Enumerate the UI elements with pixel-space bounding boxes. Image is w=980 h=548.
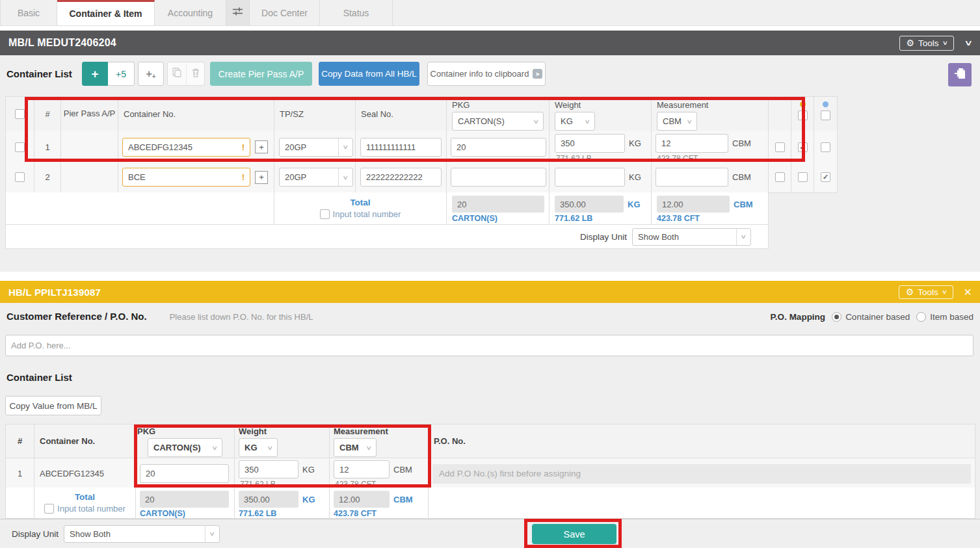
hbl-table-header: # Container No. PKG CARTON(S)∨ Weight KG… <box>6 424 975 458</box>
blue-flag-checkbox[interactable] <box>821 172 830 182</box>
pkg-input[interactable] <box>451 168 546 187</box>
total-measurement-converted: 423.78 CFT <box>657 214 763 223</box>
container-info-clipboard-button[interactable]: Container info to clipboard ➤ <box>427 62 546 86</box>
create-pier-pass-button[interactable]: Create Pier Pass A/P <box>210 62 312 86</box>
pkg-input[interactable]: 20 <box>140 464 229 483</box>
col-weight-header: Weight KG∨ <box>550 97 652 131</box>
container-no-value: ABCEDFG12345 <box>34 458 136 489</box>
hbl-container-table: # Container No. PKG CARTON(S)∨ Weight KG… <box>5 424 975 488</box>
pkg-input[interactable]: 20 <box>451 138 546 157</box>
expand-container-button[interactable]: + <box>255 140 268 153</box>
mbl-total-row: Total Input total number 20 CARTON(S) 35… <box>5 192 769 225</box>
customer-ref-hint: Please list down P.O. No. for this HB/L <box>170 312 313 322</box>
input-total-checkbox[interactable] <box>320 209 330 219</box>
weight-input[interactable]: 350 <box>555 134 625 153</box>
container-no-input[interactable]: BCE! <box>122 168 250 187</box>
weight-input[interactable]: 350 <box>239 460 298 478</box>
hbl-total-row: Total Input total number 20 CARTON(S) 35… <box>5 488 975 519</box>
yellow-flag-checkbox[interactable] <box>798 172 808 182</box>
chevron-down-icon: ∨ <box>526 118 546 125</box>
add-multiple-button[interactable]: ++ <box>138 62 164 86</box>
display-unit-label: Display Unit <box>580 232 627 242</box>
tab-accounting-label: Accounting <box>168 8 213 18</box>
total-pkg-unit: CARTON(S) <box>452 214 544 223</box>
warning-icon: ! <box>242 172 245 182</box>
pkg-unit-select[interactable]: CARTON(S)∨ <box>452 112 544 131</box>
col-yellow-header <box>791 97 814 131</box>
delete-row-button[interactable] <box>186 62 204 85</box>
tab-doc-center[interactable]: Doc Center <box>250 0 320 25</box>
blue-col-header-checkbox[interactable] <box>821 111 830 120</box>
po-mapping-item-based[interactable]: Item based <box>916 312 973 322</box>
tab-status[interactable]: Status <box>320 0 393 25</box>
display-unit-select[interactable]: Show Both∨ <box>64 525 220 543</box>
tpsz-select[interactable]: 20GP∨ <box>279 168 353 187</box>
yellow-flag-checkbox[interactable] <box>798 142 808 152</box>
measurement-input[interactable]: 12 <box>334 460 390 478</box>
copy-row-button[interactable] <box>168 62 186 85</box>
radio-icon <box>916 312 926 322</box>
copy-value-from-mbl-button[interactable]: Copy Value from MB/L <box>5 396 101 415</box>
pkg-unit-select[interactable]: CARTON(S)∨ <box>148 438 222 457</box>
weight-unit-select[interactable]: KG∨ <box>555 112 595 131</box>
col-measurement-header: Measurement CBM∨ <box>652 97 769 131</box>
save-button[interactable]: Save <box>532 524 616 544</box>
mbl-collapse-button[interactable]: ∨ <box>964 38 973 47</box>
pier-pass-cell <box>61 131 118 164</box>
copy-data-from-hbl-button[interactable]: Copy Data from All HB/L <box>319 62 419 86</box>
total-weight-unit: KG <box>628 200 641 209</box>
mbl-titlebar: MB/L MEDUT2406204 ⚙ Tools ∨ ∨ <box>0 31 980 55</box>
container-no-input[interactable]: ABCEDFG12345! <box>122 138 250 157</box>
row-checkbox[interactable] <box>15 172 25 182</box>
measurement-unit-label: CBM <box>732 138 751 148</box>
trash-icon <box>192 68 200 80</box>
expand-container-button[interactable]: + <box>255 171 268 184</box>
weight-label: Weight <box>239 426 329 436</box>
chevron-down-icon: ∨ <box>577 118 598 125</box>
add-container-button[interactable]: + <box>82 62 108 86</box>
total-measurement-converted: 423.78 CFT <box>334 509 423 518</box>
tab-doc-center-label: Doc Center <box>261 8 308 18</box>
hbl-tools-button[interactable]: ⚙ Tools ∨ <box>899 285 954 299</box>
mbl-tools-button[interactable]: ⚙ Tools ∨ <box>899 36 955 51</box>
hbl-container-list-title: Container List <box>7 372 72 383</box>
select-all-checkbox[interactable] <box>15 109 25 119</box>
input-total-label: Input total number <box>57 504 126 514</box>
flag-checkbox[interactable] <box>775 142 785 152</box>
app-root: Basic Container & Item Accounting Doc Ce… <box>0 0 980 548</box>
po-mapping-container-based[interactable]: Container based <box>832 312 910 322</box>
col-container-header: Container No. <box>34 424 136 458</box>
total-measurement-unit: CBM <box>734 200 753 209</box>
add-po-input[interactable]: Add P.O. here... <box>5 335 973 356</box>
row-checkbox[interactable] <box>15 142 25 152</box>
tab-accounting[interactable]: Accounting <box>155 0 226 25</box>
gears-icon: ⚙ <box>907 38 915 47</box>
seal-no-input[interactable]: 111111111111 <box>360 138 442 157</box>
total-measurement-value: 12.00 <box>657 196 730 213</box>
measurement-input[interactable]: 12 <box>656 134 728 153</box>
weight-unit-label: KG <box>629 138 641 148</box>
total-weight-unit: KG <box>302 495 315 504</box>
weight-input[interactable] <box>555 168 625 187</box>
tpsz-select[interactable]: 20GP∨ <box>279 138 353 157</box>
input-total-checkbox[interactable] <box>44 504 54 514</box>
hbl-tools-label: Tools <box>918 287 938 297</box>
hbl-close-button[interactable]: × <box>964 285 972 298</box>
display-unit-select[interactable]: Show Both∨ <box>632 228 751 246</box>
add-five-containers-button[interactable]: +5 <box>108 62 135 86</box>
measurement-unit-select[interactable]: CBM∨ <box>334 438 377 457</box>
tab-basic[interactable]: Basic <box>0 0 57 25</box>
tab-status-label: Status <box>343 8 369 18</box>
seal-no-input[interactable]: 222222222222 <box>360 168 442 187</box>
yellow-col-header-checkbox[interactable] <box>798 111 808 120</box>
weight-unit-select[interactable]: KG∨ <box>239 438 278 457</box>
measurement-input[interactable] <box>656 168 728 187</box>
tab-settings-button[interactable] <box>226 0 250 25</box>
import-data-button[interactable] <box>948 63 972 86</box>
pkg-label: PKG <box>136 426 234 436</box>
tab-container-item[interactable]: Container & Item <box>57 0 155 25</box>
measurement-unit-select[interactable]: CBM∨ <box>657 112 697 131</box>
blue-flag-checkbox[interactable] <box>821 142 830 152</box>
row-num: 1 <box>34 131 61 164</box>
flag-checkbox[interactable] <box>775 172 785 182</box>
